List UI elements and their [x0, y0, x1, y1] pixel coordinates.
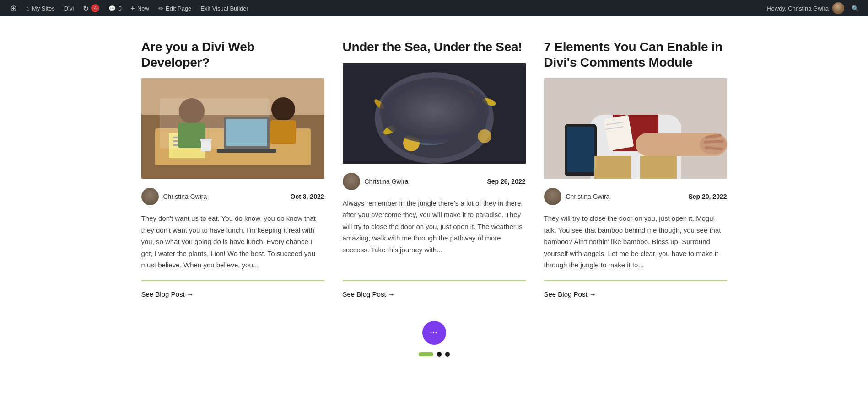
- post-date: Sep 20, 2022: [688, 193, 727, 200]
- svg-marker-23: [418, 113, 434, 126]
- svg-marker-21: [409, 104, 425, 118]
- blog-card: 7 Elements You Can Enable in Divi's Comm…: [544, 39, 727, 298]
- post-meta: Christina Gwira Sep 20, 2022: [544, 188, 727, 205]
- post-excerpt: They will try to close the door on you, …: [544, 213, 727, 271]
- search-icon: 🔍: [852, 5, 859, 12]
- svg-rect-3: [224, 117, 270, 149]
- svg-point-25: [456, 90, 476, 110]
- comment-icon: 💬: [108, 5, 116, 12]
- my-sites-button[interactable]: ⌂ My Sites: [22, 0, 59, 16]
- fab-icon: •••: [430, 330, 438, 335]
- new-label: New: [137, 5, 149, 12]
- svg-rect-5: [217, 149, 276, 153]
- post-divider: [141, 280, 324, 281]
- sea-image: [343, 63, 526, 164]
- svg-point-29: [478, 129, 491, 143]
- svg-point-12: [271, 97, 295, 121]
- author-name: Christina Gwira: [365, 178, 409, 185]
- author-avatar: [141, 188, 159, 205]
- svg-rect-4: [226, 119, 267, 146]
- pagination-dot-active[interactable]: [419, 352, 433, 356]
- divi-label: Divi: [64, 5, 74, 12]
- read-more-link[interactable]: See Blog Post →: [141, 290, 324, 298]
- read-more-link[interactable]: See Blog Post →: [544, 290, 727, 298]
- howdy-text: Howdy, Christina Gwira: [767, 5, 829, 12]
- author-avatar: [343, 173, 360, 190]
- svg-rect-44: [640, 156, 677, 179]
- admin-bar: ⊕ ⌂ My Sites Divi ↻ 4 💬 0 + New ✏ Edit P…: [0, 0, 868, 16]
- read-more-link[interactable]: See Blog Post →: [343, 290, 526, 298]
- exit-visual-builder-button[interactable]: Exit Visual Builder: [196, 0, 253, 16]
- post-title: Are you a Divi Web Developer?: [141, 39, 324, 70]
- pagination-dot-3[interactable]: [445, 352, 450, 357]
- post-title: Under the Sea, Under the Sea!: [343, 39, 526, 55]
- main-content: Are you a Divi Web Developer?: [105, 16, 764, 393]
- svg-point-19: [382, 78, 487, 158]
- author-info: Christina Gwira: [141, 188, 207, 205]
- post-excerpt: Always remember in the jungle there's a …: [343, 197, 526, 271]
- post-title: 7 Elements You Can Enable in Divi's Comm…: [544, 39, 727, 70]
- comments-count: 0: [118, 5, 121, 12]
- edit-page-label: Edit Page: [166, 5, 191, 12]
- pagination-dot-2[interactable]: [437, 352, 442, 357]
- svg-rect-43: [594, 156, 631, 179]
- post-meta: Christina Gwira Sep 26, 2022: [343, 173, 526, 190]
- pencil-icon: ✏: [158, 5, 163, 12]
- post-excerpt: They don't want us to eat. You do know, …: [141, 213, 324, 271]
- author-avatar: [544, 188, 561, 205]
- svg-line-39: [705, 141, 722, 142]
- avatar[interactable]: [832, 2, 844, 14]
- svg-rect-14: [201, 140, 211, 151]
- svg-point-10: [179, 98, 205, 124]
- svg-rect-11: [178, 123, 205, 148]
- pagination-dots: [419, 352, 450, 357]
- post-image: [343, 63, 526, 164]
- author-info: Christina Gwira: [343, 173, 409, 190]
- svg-point-24: [456, 90, 476, 110]
- svg-point-20: [393, 86, 466, 145]
- svg-rect-13: [270, 120, 296, 144]
- post-divider: [544, 280, 727, 281]
- post-divider: [343, 280, 526, 281]
- blog-card: Are you a Divi Web Developer?: [141, 39, 324, 298]
- pagination-fab[interactable]: •••: [422, 321, 446, 345]
- svg-rect-42: [567, 127, 594, 172]
- svg-rect-9: [173, 144, 192, 146]
- blog-card: Under the Sea, Under the Sea!: [343, 39, 526, 298]
- web-dev-image: [141, 78, 324, 179]
- author-name: Christina Gwira: [566, 193, 610, 200]
- post-date: Sep 26, 2022: [487, 178, 525, 185]
- post-image: [141, 78, 324, 179]
- pagination: •••: [141, 321, 727, 357]
- svg-rect-6: [169, 133, 205, 158]
- svg-point-28: [403, 135, 420, 151]
- my-sites-label: My Sites: [32, 5, 55, 12]
- edit-page-button[interactable]: ✏ Edit Page: [154, 0, 196, 16]
- author-info: Christina Gwira: [544, 188, 610, 205]
- wordpress-logo-icon[interactable]: ⊕: [5, 0, 22, 16]
- post-meta: Christina Gwira Oct 3, 2022: [141, 188, 324, 205]
- divi-button[interactable]: Divi: [59, 0, 79, 16]
- svg-line-40: [706, 148, 722, 149]
- updates-count: 4: [91, 4, 99, 12]
- comments-image: [544, 78, 727, 179]
- new-button[interactable]: + New: [126, 0, 154, 16]
- svg-marker-22: [430, 102, 446, 116]
- post-image: [544, 78, 727, 179]
- updates-icon: ↻: [83, 4, 89, 13]
- search-button[interactable]: 🔍: [848, 0, 863, 16]
- comments-button[interactable]: 💬 0: [104, 0, 126, 16]
- exit-builder-label: Exit Visual Builder: [200, 5, 248, 12]
- admin-bar-right: Howdy, Christina Gwira 🔍: [767, 0, 863, 16]
- svg-rect-15: [200, 139, 212, 141]
- house-icon: ⌂: [26, 5, 30, 12]
- svg-rect-8: [173, 140, 201, 142]
- svg-rect-7: [173, 137, 201, 138]
- post-date: Oct 3, 2022: [291, 193, 324, 200]
- author-name: Christina Gwira: [163, 193, 207, 200]
- updates-button[interactable]: ↻ 4: [78, 0, 104, 16]
- plus-icon: +: [131, 4, 135, 12]
- blog-grid: Are you a Divi Web Developer?: [141, 39, 727, 298]
